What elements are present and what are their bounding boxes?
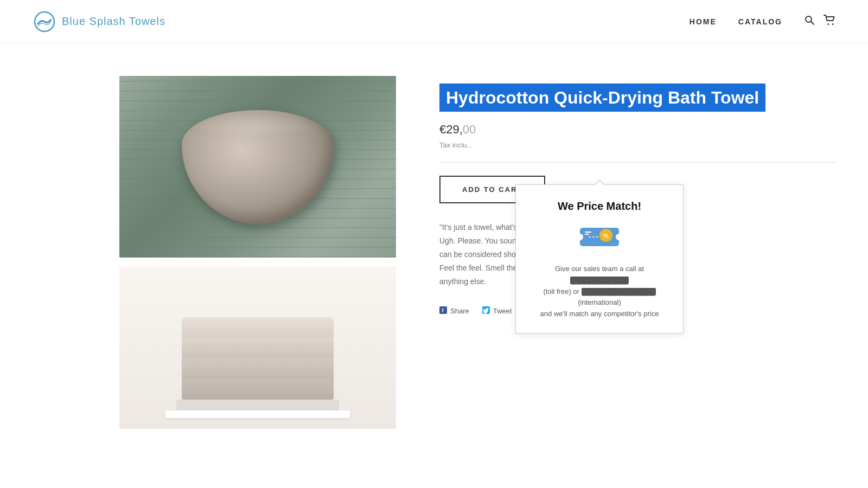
desc-line5: anything else. bbox=[439, 277, 486, 286]
stacked-towel-visual bbox=[119, 266, 396, 429]
nav-catalog[interactable]: CATALOG bbox=[738, 17, 782, 26]
rolled-towel-roll bbox=[182, 110, 334, 224]
rolled-towel-visual bbox=[119, 76, 396, 258]
product-image-stacked bbox=[119, 266, 396, 429]
product-title-wrapper: Hydrocotton Quick-Drying Bath Towel bbox=[439, 87, 835, 110]
towel-stack bbox=[182, 317, 334, 400]
towel-layer-1 bbox=[182, 317, 334, 338]
logo-icon bbox=[33, 10, 56, 34]
nav-home[interactable]: HOME bbox=[690, 17, 717, 26]
towel-stack-base bbox=[176, 400, 339, 410]
svg-point-3 bbox=[828, 23, 829, 25]
logo-area[interactable]: Blue Splash Towels bbox=[33, 10, 165, 34]
logo-text: Blue Splash Towels bbox=[62, 15, 165, 28]
search-icon bbox=[804, 15, 815, 25]
svg-line-2 bbox=[811, 22, 814, 25]
image-column bbox=[119, 76, 396, 429]
towel-layer-2 bbox=[182, 338, 334, 358]
towel-layer-4 bbox=[182, 379, 334, 400]
price-match-text-after: and we'll match any competitor's price bbox=[540, 310, 659, 318]
product-divider bbox=[439, 162, 835, 163]
tweet-label: Tweet bbox=[493, 307, 512, 315]
share-facebook-button[interactable]: f Share bbox=[439, 306, 469, 316]
facebook-icon: f bbox=[439, 306, 447, 316]
price-match-title: We Price Match! bbox=[529, 200, 670, 213]
cart-button[interactable] bbox=[824, 15, 835, 28]
share-label: Share bbox=[450, 307, 469, 315]
price-match-phone-intl: ██████████████ bbox=[582, 288, 656, 296]
site-header: Blue Splash Towels HOME CATALOG bbox=[0, 0, 868, 43]
tax-note: Tax inclu... bbox=[439, 141, 835, 149]
main-nav: HOME CATALOG bbox=[690, 15, 835, 28]
price-match-text-before: Give our sales team a call at bbox=[555, 265, 644, 273]
svg-text:%: % bbox=[603, 233, 609, 239]
price-match-text-intl: (international) bbox=[578, 298, 621, 306]
price-match-text: Give our sales team a call at ██████████… bbox=[529, 264, 670, 320]
cart-icon bbox=[824, 15, 835, 25]
twitter-icon bbox=[482, 306, 490, 316]
svg-point-4 bbox=[832, 23, 834, 25]
price-match-phone-tollfree: ███████████ bbox=[570, 277, 629, 284]
price-match-ticket-icon: % bbox=[578, 223, 621, 251]
price-match-icon-area: % bbox=[529, 223, 670, 253]
search-button[interactable] bbox=[804, 15, 815, 28]
stacked-table-surface bbox=[165, 410, 350, 418]
price-match-popup: We Price Match! % bbox=[515, 184, 684, 333]
product-title: Hydrocotton Quick-Drying Bath Towel bbox=[439, 84, 765, 112]
share-twitter-button[interactable]: Tweet bbox=[482, 306, 512, 316]
price-value: €29,00 bbox=[439, 123, 476, 136]
product-details: Hydrocotton Quick-Drying Bath Towel €29,… bbox=[439, 76, 835, 429]
svg-rect-5 bbox=[580, 228, 619, 246]
product-image-rolled bbox=[119, 76, 396, 258]
price-match-text-tollfree: (toll free) or bbox=[543, 287, 579, 296]
product-price: €29,00 bbox=[439, 123, 835, 137]
nav-icons bbox=[804, 15, 835, 28]
main-content: Hydrocotton Quick-Drying Bath Towel €29,… bbox=[0, 43, 868, 461]
towel-layer-3 bbox=[182, 358, 334, 379]
